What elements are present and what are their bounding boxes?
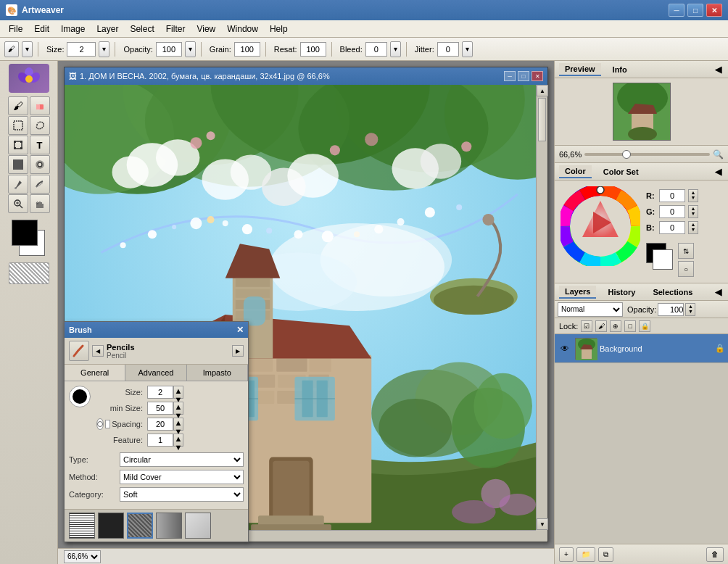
tool-hand[interactable] — [30, 194, 50, 213]
tool-brush[interactable]: 🖌 — [8, 96, 28, 115]
method-select[interactable]: Mild Cover — [120, 470, 244, 484]
menu-file[interactable]: File — [3, 22, 28, 36]
tool-transform[interactable] — [8, 136, 28, 154]
brush-feature-spinner[interactable]: ▲▼ — [173, 434, 183, 447]
type-select[interactable]: Circular — [120, 452, 244, 467]
brush-prev-button[interactable]: ◀ — [92, 345, 104, 357]
b-spinner[interactable]: ▲▼ — [688, 221, 698, 234]
brush-min-size-input[interactable] — [147, 402, 173, 415]
lock-paint-button[interactable]: 🖌 — [595, 320, 607, 332]
lock-move-button[interactable]: ⊕ — [610, 320, 621, 332]
delete-layer-button[interactable]: 🗑 — [706, 547, 724, 562]
color-tab[interactable]: Color — [559, 165, 592, 178]
background-color-small[interactable] — [653, 249, 673, 270]
lock-transparency-button[interactable]: ☑ — [581, 320, 592, 332]
jitter-dropdown[interactable]: ▾ — [462, 41, 473, 57]
tool-blur[interactable] — [30, 155, 50, 174]
grain-input[interactable] — [234, 42, 260, 57]
preview-zoom-slider[interactable] — [584, 153, 710, 156]
history-tab[interactable]: History — [602, 286, 641, 298]
spacing-checkbox[interactable] — [105, 420, 110, 428]
resat-input[interactable] — [300, 42, 326, 57]
foreground-color-small[interactable] — [646, 243, 666, 263]
texture-2[interactable] — [98, 513, 124, 539]
maximize-button[interactable]: □ — [687, 4, 703, 17]
brush-panel-close[interactable]: ✕ — [236, 325, 244, 335]
tool-fill[interactable] — [8, 155, 28, 174]
preview-tab[interactable]: Preview — [559, 63, 601, 76]
tool-eraser[interactable] — [30, 96, 50, 115]
add-layer-button[interactable]: + — [559, 547, 574, 562]
opacity-dropdown[interactable]: ▾ — [185, 41, 196, 57]
brush-size-spinner[interactable]: ▲▼ — [173, 386, 183, 399]
opacity-input[interactable] — [658, 303, 684, 316]
new-folder-button[interactable]: 📁 — [576, 547, 595, 562]
menu-image[interactable]: Image — [55, 22, 91, 36]
texture-4[interactable] — [156, 513, 182, 539]
scroll-up-arrow[interactable]: ▲ — [537, 85, 548, 96]
tool-select-lasso[interactable] — [30, 116, 50, 135]
brush-feature-input[interactable] — [147, 434, 173, 447]
g-spinner[interactable]: ▲▼ — [688, 205, 698, 218]
zoom-select[interactable]: 66,6% 50% 100% — [64, 550, 101, 563]
preview-zoom-slider-thumb[interactable] — [622, 150, 631, 159]
brush-min-size-spinner[interactable]: ▲▼ — [173, 402, 183, 415]
size-input[interactable] — [67, 42, 96, 57]
lock-position-button[interactable]: 🔒 — [639, 320, 650, 332]
texture-3[interactable] — [127, 513, 153, 539]
minimize-button[interactable]: ─ — [669, 4, 684, 17]
tool-select-rect[interactable] — [8, 116, 28, 135]
b-input[interactable] — [659, 221, 685, 234]
r-spinner[interactable]: ▲▼ — [688, 189, 698, 202]
tool-zoom[interactable] — [8, 194, 28, 213]
texture-1[interactable] — [69, 513, 95, 539]
brush-tab-advanced[interactable]: Advanced — [125, 365, 186, 381]
brush-tab-impasto[interactable]: Impasto — [187, 365, 248, 381]
menu-edit[interactable]: Edit — [28, 22, 55, 36]
brush-next-button[interactable]: ▶ — [232, 345, 244, 357]
bleed-input[interactable] — [365, 42, 387, 57]
vertical-scrollbar[interactable]: ▲ ▼ — [536, 85, 547, 530]
tool-smudge[interactable] — [30, 175, 50, 194]
size-dropdown[interactable]: ▾ — [99, 41, 109, 57]
brush-tab-general[interactable]: General — [65, 365, 125, 381]
bleed-dropdown[interactable]: ▾ — [390, 41, 401, 57]
preview-panel-close[interactable]: ◀ — [712, 64, 724, 75]
close-button[interactable]: ✕ — [706, 4, 722, 17]
vertical-scroll-thumb[interactable] — [538, 98, 546, 141]
menu-help[interactable]: Help — [264, 22, 294, 36]
menu-layer[interactable]: Layer — [91, 22, 124, 36]
g-input[interactable] — [659, 205, 685, 218]
color-panel-close[interactable]: ◀ — [712, 166, 724, 178]
layer-row-background[interactable]: 👁 Background 🔒 — [555, 334, 728, 363]
jitter-input[interactable] — [437, 42, 459, 57]
scroll-down-arrow[interactable]: ▼ — [537, 518, 548, 530]
menu-select[interactable]: Select — [124, 22, 160, 36]
brush-spacing-input[interactable] — [147, 418, 173, 431]
doc-close-button[interactable]: ✕ — [531, 71, 543, 81]
brush-size-input[interactable] — [147, 386, 173, 399]
brush-spacing-spinner[interactable]: ▲▼ — [173, 418, 183, 431]
r-input[interactable] — [659, 189, 685, 202]
lock-all-button[interactable]: □ — [624, 320, 636, 332]
tool-text[interactable]: T — [30, 136, 50, 154]
color-wheel[interactable] — [561, 186, 640, 266]
info-tab[interactable]: Info — [607, 64, 633, 75]
layer-visibility-button[interactable]: 👁 — [558, 341, 572, 356]
menu-filter[interactable]: Filter — [160, 22, 191, 36]
foreground-color-swatch[interactable] — [12, 220, 38, 246]
category-select[interactable]: Soft — [120, 487, 244, 502]
layers-tab[interactable]: Layers — [559, 286, 596, 299]
duplicate-layer-button[interactable]: ⧉ — [598, 547, 613, 562]
default-colors-button[interactable]: ○ — [678, 261, 694, 277]
blend-mode-select[interactable]: Normal Multiply Screen Overlay — [558, 302, 623, 317]
texture-5[interactable] — [185, 513, 211, 539]
menu-view[interactable]: View — [191, 22, 221, 36]
opacity-spinner[interactable]: ▲▼ — [685, 303, 695, 316]
layers-panel-close[interactable]: ◀ — [712, 286, 724, 298]
doc-maximize-button[interactable]: □ — [518, 71, 529, 81]
brush-tool-button[interactable]: 🖌 — [4, 41, 19, 57]
doc-minimize-button[interactable]: ─ — [504, 71, 516, 81]
tool-eyedropper[interactable] — [8, 175, 28, 194]
selections-tab[interactable]: Selections — [647, 286, 698, 298]
